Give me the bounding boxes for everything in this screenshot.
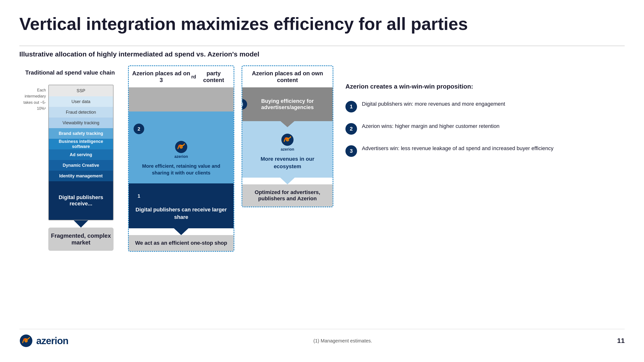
footer-note: (1) Management estimates. <box>313 338 372 344</box>
traditional-header: Traditional ad spend value chain <box>19 65 121 80</box>
stack-container: SSP User data Fraud detection Viewabilit… <box>48 85 114 220</box>
own-content-gray-top: 3 Buying efficiency for advertisers/agen… <box>242 87 333 121</box>
third-party-header: Azerion places ad on 3rd party content <box>129 66 234 87</box>
stack-user: User data <box>49 96 113 107</box>
stack-brand: Brand safety tracking <box>49 128 113 139</box>
stack-publishers: Digital publishers receive... <box>49 181 113 220</box>
stack-ssp: SSP <box>49 85 113 96</box>
stack-fraud: Fraud detection <box>49 107 113 117</box>
third-party-blue-section: 2 azerion More efficient, retaining valu… <box>129 111 234 183</box>
own-content-footer: Optimized for advertisers, publishers an… <box>242 184 333 207</box>
azerion-logo-icon-mid <box>175 140 188 153</box>
badge1-wrapper: 1 <box>134 191 229 201</box>
own-content-header: Azerion places ad on own content <box>242 66 333 87</box>
third-party-dark-section: 1 Digital publishers can receive larger … <box>129 183 234 228</box>
page-number: 11 <box>617 337 625 345</box>
winwin-number-3: 3 <box>346 145 357 157</box>
stack-view: Viewability tracking <box>49 117 113 128</box>
third-party-blue-text: More efficient, retaining value and shar… <box>134 163 229 176</box>
own-content-light-text: More revenues in our ecosystem <box>247 155 328 170</box>
svg-point-8 <box>24 338 26 341</box>
third-party-gray-top <box>129 87 234 111</box>
traditional-column: Traditional ad spend value chain Each in… <box>19 65 121 251</box>
own-content-column: Azerion places ad on own content 3 Buyin… <box>242 65 333 207</box>
third-party-dark-text: Digital publishers can receive larger sh… <box>134 206 229 221</box>
content-area: Traditional ad spend value chain Each in… <box>19 65 625 322</box>
azerion-logo-right: azerion <box>281 133 294 152</box>
subtitle: Illustrative allocation of highly interm… <box>19 46 625 58</box>
stack-identity: Identity management <box>49 171 113 181</box>
page: Vertical integration maximizes efficienc… <box>0 0 644 362</box>
stack-bi: Business intelligence software <box>49 139 113 149</box>
winwin-item-2: 2 Azerion wins: higher margin and higher… <box>346 122 625 135</box>
azerion-name-mid: azerion <box>174 154 188 159</box>
azerion-name-right: azerion <box>281 147 294 152</box>
badge2-wrapper: 2 <box>134 124 229 134</box>
svg-point-2 <box>178 145 180 147</box>
svg-point-5 <box>284 137 287 139</box>
winwin-text-1: Digital publishers win: more revenues an… <box>362 100 505 108</box>
page-title: Vertical integration maximizes efficienc… <box>19 14 625 33</box>
each-label: Each intermediary takes out ~5-10%¹ <box>19 85 46 111</box>
winwin-item-1: 1 Digital publishers win: more revenues … <box>346 100 625 112</box>
badge-number-1: 1 <box>134 191 144 201</box>
third-party-column: Azerion places ad on 3rd party content 2 <box>128 65 234 252</box>
stack-adserving: Ad serving <box>49 149 113 160</box>
badge-number-2: 2 <box>134 124 144 134</box>
arrow-down-mid <box>174 228 188 235</box>
azerion-footer-logo-icon <box>19 334 33 348</box>
azerion-footer-name: azerion <box>36 336 68 346</box>
winwin-text-3: Advertisers win: less revenue leakage of… <box>362 144 554 152</box>
winwin-number-2: 2 <box>346 123 357 135</box>
arrow-down-right <box>280 178 295 184</box>
winwin-header: Azerion creates a win-win-win propositio… <box>346 65 625 90</box>
azerion-logo-footer: azerion <box>19 334 68 348</box>
traditional-footer: Fragmented, complex market <box>48 228 114 251</box>
winwin-column: Azerion creates a win-win-win propositio… <box>340 65 625 167</box>
own-content-gray-text: Buying efficiency for advertisers/agenci… <box>242 96 333 113</box>
traditional-chart: Each intermediary takes out ~5-10%¹ SSP … <box>19 85 121 251</box>
own-content-light-section: azerion More revenues in our ecosystem <box>242 121 333 178</box>
winwin-number-1: 1 <box>346 101 357 112</box>
winwin-text-2: Azerion wins: higher margin and higher c… <box>362 122 500 130</box>
azerion-logo-mid: azerion <box>174 140 188 159</box>
page-footer: azerion (1) Management estimates. 11 <box>19 329 625 348</box>
stack-dynamic: Dynamic Creative <box>49 160 113 171</box>
third-party-footer: We act as an efficient one-stop shop <box>129 235 234 251</box>
arrow-down-traditional <box>74 220 88 228</box>
winwin-item-3: 3 Advertisers win: less revenue leakage … <box>346 144 625 157</box>
azerion-logo-icon-right <box>281 133 294 146</box>
